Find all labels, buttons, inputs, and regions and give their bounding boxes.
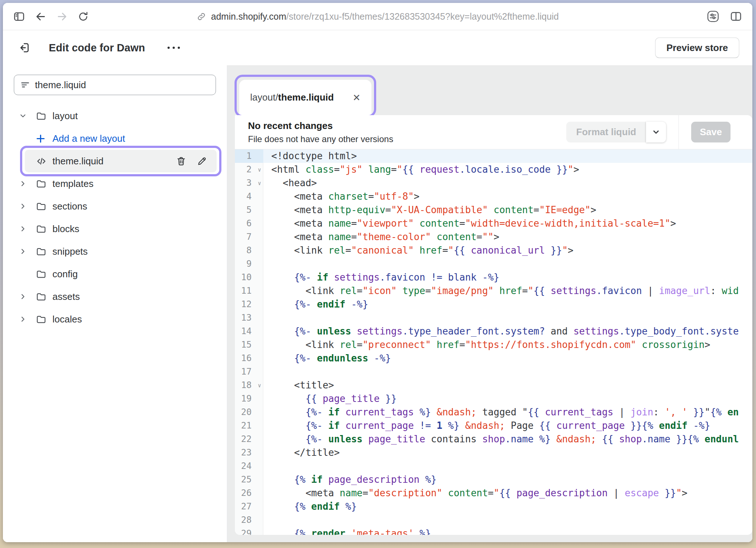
code-line-3[interactable]: 3∨ <head> — [235, 176, 752, 190]
sidebar-toggle-icon[interactable] — [13, 11, 25, 23]
code-line-8[interactable]: 8 <link rel="canonical" href="{{ canonic… — [235, 244, 752, 257]
file-sidebar: layoutAdd a new layouttheme.liquidtempla… — [3, 65, 227, 542]
line-number: 7 — [235, 230, 263, 244]
code-line-24[interactable]: 24 — [235, 459, 752, 473]
line-number: 16 — [235, 352, 263, 365]
editor-card: No recent changes File does not have any… — [235, 115, 752, 535]
tree-folder-templates[interactable]: templates — [3, 172, 227, 195]
line-number: 24 — [235, 459, 263, 473]
code-line-20[interactable]: 20 {%- if current_tags %} &ndash; tagged… — [235, 406, 752, 419]
status-subtitle: File does not have any other versions — [248, 134, 393, 144]
format-liquid-button[interactable]: Format liquid — [566, 122, 646, 142]
back-icon[interactable] — [35, 11, 47, 23]
format-dropdown-button[interactable] — [646, 122, 666, 142]
code-line-7[interactable]: 7 <meta name="theme-color" content=""> — [235, 230, 752, 244]
line-number: 17 — [235, 365, 263, 379]
line-number: 19 — [235, 392, 263, 406]
fold-marker-icon[interactable]: ∨ — [258, 379, 261, 392]
tree-folder-layout[interactable]: layout — [3, 105, 227, 127]
code-line-1[interactable]: 1<!doctype html> — [235, 149, 752, 163]
line-number: 9 — [235, 257, 263, 271]
line-number: 15 — [235, 338, 263, 352]
code-line-18[interactable]: 18∨ <title> — [235, 379, 752, 392]
code-editor[interactable]: 1<!doctype html>2∨<html class="js" lang=… — [235, 149, 752, 535]
tree-folder-sections[interactable]: sections — [3, 195, 227, 218]
forward-icon[interactable] — [56, 11, 68, 23]
tree-file-theme-liquid[interactable]: theme.liquid — [25, 150, 217, 172]
chevron-down-icon[interactable] — [20, 113, 26, 119]
code-line-15[interactable]: 15 <link rel="preconnect" href="https://… — [235, 338, 752, 352]
fold-marker-icon[interactable]: ∨ — [258, 177, 261, 190]
code-line-11[interactable]: 11 <link rel="icon" type="image/png" hre… — [235, 284, 752, 298]
line-number: 27 — [235, 500, 263, 513]
code-line-17[interactable]: 17 — [235, 365, 752, 379]
filter-icon — [20, 80, 30, 90]
code-line-16[interactable]: 16 {%- endunless -%} — [235, 352, 752, 365]
tab-layout-theme-liquid[interactable]: layout/theme.liquid ✕ — [239, 80, 371, 115]
delete-file-icon[interactable] — [176, 156, 186, 167]
save-button[interactable]: Save — [691, 122, 731, 142]
code-line-13[interactable]: 13 — [235, 311, 752, 325]
code-line-5[interactable]: 5 <meta http-equiv="X-UA-Compatible" con… — [235, 203, 752, 217]
chevron-right-icon[interactable] — [20, 180, 26, 187]
browser-window: admin.shopify.com/store/rzq1xu-f5/themes… — [3, 3, 752, 542]
code-line-26[interactable]: 26 <meta name="description" content="{{ … — [235, 486, 752, 500]
code-line-6[interactable]: 6 <meta name="viewport" content="width=d… — [235, 217, 752, 230]
address-bar[interactable]: admin.shopify.com/store/rzq1xu-f5/themes… — [197, 11, 559, 22]
chevron-right-icon[interactable] — [20, 203, 26, 210]
page-title: Edit code for Dawn — [49, 42, 145, 54]
tree-folder-locales[interactable]: locales — [3, 308, 227, 330]
file-filter-input[interactable] — [35, 79, 210, 91]
tree-folder-assets[interactable]: assets — [3, 285, 227, 308]
editor-toolbar: No recent changes File does not have any… — [235, 115, 752, 149]
code-line-27[interactable]: 27 {% endif %} — [235, 500, 752, 513]
page-settings-icon[interactable] — [706, 10, 720, 23]
tree-item-label: sections — [52, 201, 87, 212]
reload-icon[interactable] — [78, 11, 89, 22]
tree-item-label: Add a new layout — [52, 133, 125, 144]
file-search-box[interactable] — [14, 75, 216, 95]
code-line-25[interactable]: 25 {% if page_description %} — [235, 473, 752, 486]
code-line-29[interactable]: 29 {% render 'meta-tags' %} — [235, 527, 752, 535]
preview-store-button[interactable]: Preview store — [655, 38, 739, 58]
code-line-28[interactable]: 28 — [235, 513, 752, 527]
tree-item-label: templates — [52, 178, 94, 189]
folder-icon — [36, 269, 47, 279]
code-line-19[interactable]: 19 {{ page_title }} — [235, 392, 752, 406]
chevron-down-icon — [652, 128, 660, 136]
line-number: 25 — [235, 473, 263, 486]
code-line-10[interactable]: 10 {%- if settings.favicon != blank -%} — [235, 271, 752, 284]
line-number: 20 — [235, 406, 263, 419]
code-line-23[interactable]: 23 </title> — [235, 446, 752, 459]
line-number: 5 — [235, 203, 263, 217]
chevron-right-icon[interactable] — [20, 226, 26, 232]
line-number: 8 — [235, 244, 263, 257]
chevron-right-icon[interactable] — [20, 316, 26, 322]
split-view-icon[interactable] — [730, 10, 742, 23]
code-line-22[interactable]: 22 {%- unless page_title contains shop.n… — [235, 432, 752, 446]
chevron-right-icon[interactable] — [20, 248, 26, 255]
line-number: 11 — [235, 284, 263, 298]
tree-folder-snippets[interactable]: snippets — [3, 240, 227, 263]
code-line-14[interactable]: 14 {%- unless settings.type_header_font.… — [235, 325, 752, 338]
add-new-layout-button[interactable]: Add a new layout — [3, 127, 227, 150]
tab-close-icon[interactable]: ✕ — [353, 93, 361, 102]
plus-icon — [36, 134, 46, 144]
exit-editor-icon[interactable] — [17, 42, 30, 54]
code-line-21[interactable]: 21 {%- if current_page != 1 %} &ndash; P… — [235, 419, 752, 432]
line-number: 13 — [235, 311, 263, 325]
line-number: 2∨ — [235, 163, 263, 176]
status-title: No recent changes — [248, 120, 393, 132]
code-line-4[interactable]: 4 <meta charset="utf-8"> — [235, 190, 752, 203]
fold-marker-icon[interactable]: ∨ — [258, 163, 261, 177]
code-line-2[interactable]: 2∨<html class="js" lang="{{ request.loca… — [235, 163, 752, 176]
more-options-icon[interactable] — [165, 44, 182, 51]
line-number: 6 — [235, 217, 263, 230]
tree-folder-config[interactable]: config — [3, 263, 227, 285]
chevron-right-icon[interactable] — [20, 293, 26, 300]
code-line-9[interactable]: 9 — [235, 257, 752, 271]
code-line-12[interactable]: 12 {%- endif -%} — [235, 298, 752, 311]
tree-folder-blocks[interactable]: blocks — [3, 218, 227, 240]
rename-file-icon[interactable] — [197, 156, 207, 167]
line-number: 18∨ — [235, 379, 263, 392]
